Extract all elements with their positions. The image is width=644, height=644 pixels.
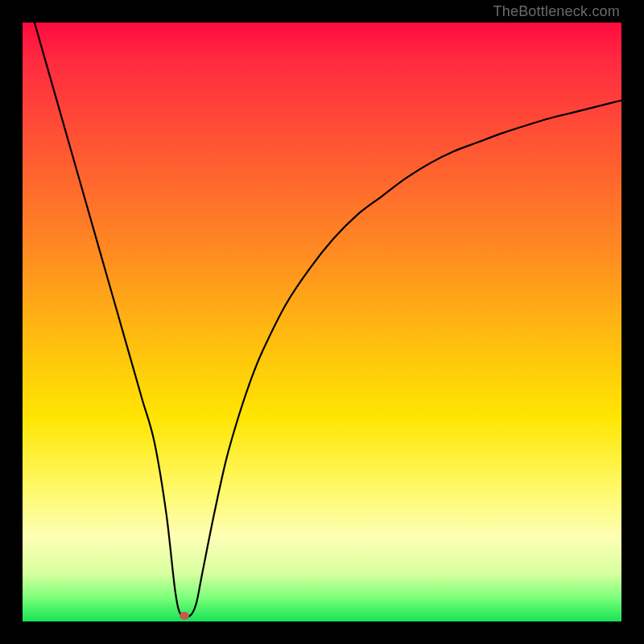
bottleneck-curve [23,23,621,621]
plot-area [23,23,621,621]
chart-frame: TheBottleneck.com [0,0,644,644]
attribution-text: TheBottleneck.com [493,3,620,20]
minimum-marker [180,612,189,620]
